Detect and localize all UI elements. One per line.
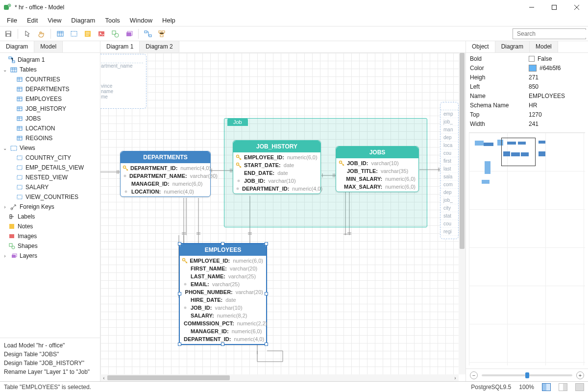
zoom-in-button[interactable]: +: [576, 371, 584, 379]
column[interactable]: DEPARTMENT_ID: numeric(4,0): [180, 335, 266, 343]
add-relation-icon[interactable]: [142, 28, 154, 40]
tree-table-countries[interactable]: COUNTRIES: [1, 74, 99, 84]
column[interactable]: EMAIL: varchar(25): [180, 280, 266, 288]
property-value[interactable]: #64b5f6: [529, 65, 584, 72]
save-icon[interactable]: [2, 28, 15, 40]
menu-file[interactable]: File: [2, 16, 22, 25]
tree-group-shapes[interactable]: Shapes: [1, 241, 99, 251]
tree-diagram[interactable]: Diagram 1: [1, 55, 99, 65]
tree-table-job-history[interactable]: JOB_HISTORY: [1, 104, 99, 114]
property-value[interactable]: HR: [529, 102, 584, 109]
column[interactable]: MANAGER_ID: numeric(6,0): [121, 180, 210, 188]
tree-group-layers[interactable]: ›Layers: [1, 251, 99, 261]
maximize-button[interactable]: [543, 0, 565, 15]
tree-view-salary[interactable]: SALARY: [1, 182, 99, 192]
zoom-slider[interactable]: [482, 374, 572, 376]
minimize-button[interactable]: [520, 0, 543, 15]
property-value[interactable]: 850: [529, 83, 584, 90]
layout-panels-both-icon[interactable]: [575, 383, 584, 391]
color-swatch-icon[interactable]: [529, 65, 537, 72]
property-row[interactable]: Color#64b5f6: [466, 63, 588, 73]
column[interactable]: SALARY: numeric(8,2): [180, 312, 266, 319]
tree-table-location[interactable]: LOCATION: [1, 123, 99, 133]
add-note-icon[interactable]: [81, 28, 94, 40]
column[interactable]: COMMISSION_PCT: numeric(2,2): [180, 319, 266, 327]
tree-table-jobs[interactable]: JOBS: [1, 114, 99, 123]
close-button[interactable]: [565, 0, 588, 15]
tree-table-regoins[interactable]: REGOINS: [1, 133, 99, 143]
menu-tools[interactable]: Tools: [100, 16, 124, 25]
right-tab-model[interactable]: Model: [530, 41, 558, 52]
layout-panels-left-icon[interactable]: [542, 383, 551, 391]
tree-group-views[interactable]: ⌄ Views: [1, 143, 99, 153]
overview-minimap[interactable]: [469, 132, 585, 366]
right-tab-diagram[interactable]: Diagram: [495, 41, 530, 52]
hand-icon[interactable]: [35, 28, 48, 40]
column[interactable]: DEPARTMENT_NAME: varchar(30): [121, 172, 210, 180]
tree-table-employees[interactable]: EMPLOYEES: [1, 94, 99, 104]
right-tab-object[interactable]: Object: [466, 41, 495, 52]
column[interactable]: DEPARTMENT_ID: numeric(4,0): [121, 164, 210, 172]
property-row[interactable]: BoldFalse: [466, 54, 588, 63]
history-item[interactable]: Load Model "hr - office": [4, 342, 96, 349]
entity-jobs[interactable]: JOBS JOB_ID: varchar(10)JOB_TITLE: varch…: [336, 146, 419, 192]
column[interactable]: EMPLOYEE_ID: numeric(6,0): [180, 257, 266, 265]
chevron-down-icon[interactable]: ⌄: [2, 67, 8, 73]
tree-view-nested[interactable]: NESTED_VIEW: [1, 172, 99, 182]
tree-group-labels[interactable]: Labels: [1, 212, 99, 221]
history-item[interactable]: Design Table "JOBS": [4, 351, 96, 358]
property-row[interactable]: Heigh271: [466, 73, 588, 82]
canvas[interactable]: artment_name vince name me Job DEPARTMEN…: [100, 53, 466, 381]
column[interactable]: MIN_SALARY: numeric(6,0): [336, 175, 418, 183]
column[interactable]: JOB_TITLE: varchar(35): [336, 167, 418, 175]
tree-view-countries[interactable]: VIEW_COUNTRIES: [1, 192, 99, 202]
column[interactable]: JOB_ID: varchar(10): [233, 177, 320, 185]
model-tree[interactable]: Diagram 1 ⌄ Tables COUNTRIES DEPARTMENTS…: [0, 53, 100, 338]
menu-edit[interactable]: Edit: [22, 16, 43, 25]
property-value[interactable]: 1270: [529, 111, 584, 118]
column[interactable]: LAST_NAME: varchar(25): [180, 272, 266, 280]
pointer-icon[interactable]: [21, 28, 34, 40]
column[interactable]: DEPARTMENT_ID: numeric(4,0): [233, 185, 320, 193]
column[interactable]: JOB_ID: varchar(10): [336, 159, 418, 167]
zoom-out-button[interactable]: −: [470, 371, 478, 379]
add-shape-icon[interactable]: [109, 28, 122, 40]
tree-table-departments[interactable]: DEPARTMENTS: [1, 84, 99, 94]
column[interactable]: HIRE_DATE: date: [180, 296, 266, 304]
property-value[interactable]: EMPLOYEES: [529, 93, 584, 99]
add-view-icon[interactable]: [68, 28, 80, 40]
history-item[interactable]: Design Table "JOB_HISTORY": [4, 360, 96, 367]
scroll-left-icon[interactable]: ‹: [100, 375, 107, 381]
entity-departments[interactable]: DEPARTMENTS DEPARTMENT_ID: numeric(4,0)D…: [120, 151, 211, 197]
canvas-vscroll[interactable]: [459, 53, 466, 374]
tree-view-country-city[interactable]: COUNTRY_CITY: [1, 153, 99, 163]
property-row[interactable]: NameEMPLOYEES: [466, 91, 588, 100]
property-row[interactable]: Width241: [466, 119, 588, 128]
menu-diagram[interactable]: Diagram: [66, 16, 100, 25]
add-image-icon[interactable]: [95, 28, 108, 40]
tree-group-foreignkeys[interactable]: ›Foreign Keys: [1, 202, 99, 212]
property-row[interactable]: Schema NameHR: [466, 100, 588, 110]
tree-group-tables[interactable]: ⌄ Tables: [1, 65, 99, 74]
column[interactable]: JOB_ID: varchar(10): [180, 304, 266, 312]
column[interactable]: MANAGER_ID: numeric(6,0): [180, 327, 266, 335]
chevron-down-icon[interactable]: ⌄: [2, 146, 8, 151]
left-tab-diagram[interactable]: Diagram: [0, 41, 34, 52]
history-item[interactable]: Rename Layer "Layer 1" to "Job": [4, 368, 96, 375]
chevron-right-icon[interactable]: ›: [2, 204, 8, 210]
search-box[interactable]: [513, 28, 586, 39]
entity-job-history[interactable]: JOB_HISTORY EMPLOYEE_ID: numeric(6,0)STA…: [233, 140, 321, 194]
property-row[interactable]: Left850: [466, 82, 588, 91]
layout-panels-right-icon[interactable]: [559, 383, 567, 391]
search-input[interactable]: [516, 30, 588, 38]
auto-layout-icon[interactable]: [155, 28, 168, 40]
tree-view-emp-details[interactable]: EMP_DETAILS_VIEW: [1, 163, 99, 172]
canvas-tab-2[interactable]: Diagram 2: [140, 41, 179, 52]
entity-employees[interactable]: EMPLOYEES EMPLOYEE_ID: numeric(6,0)FIRST…: [179, 243, 267, 345]
tree-group-notes[interactable]: Notes: [1, 221, 99, 231]
scroll-right-icon[interactable]: ›: [452, 375, 459, 381]
left-tab-model[interactable]: Model: [34, 41, 63, 52]
property-value[interactable]: 241: [529, 121, 584, 127]
property-row[interactable]: Top1270: [466, 110, 588, 119]
add-table-icon[interactable]: [54, 28, 67, 40]
